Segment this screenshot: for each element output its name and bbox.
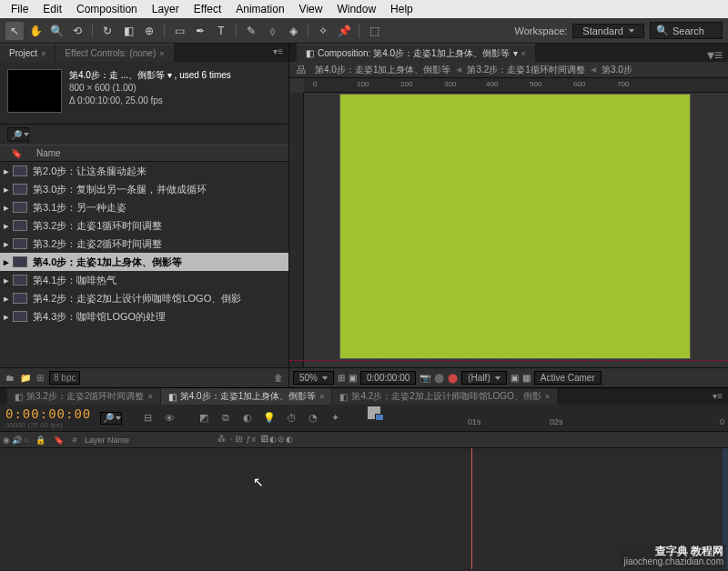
project-search-input[interactable]: 🔎 [7, 127, 29, 142]
menu-window[interactable]: Window [329, 1, 383, 17]
close-icon[interactable]: × [159, 49, 164, 58]
tab-project[interactable]: Project× [0, 44, 55, 62]
channel-icon[interactable]: ⬤ [448, 373, 458, 383]
menu-view[interactable]: View [292, 1, 330, 17]
eraser-tool[interactable]: ◈ [284, 22, 302, 40]
project-list-header: 🔖 Name [0, 145, 288, 162]
menu-layer[interactable]: Layer [145, 1, 187, 17]
close-icon[interactable]: × [545, 392, 550, 401]
comp-mini-icon[interactable]: ⊟ [138, 410, 157, 426]
tab-composition[interactable]: ◧ Composition: 第4.0步：走姿1加上身体、倒影等 ▾ × [297, 44, 535, 62]
viewer-footer: 50% ⊞ ▣ 0:00:00:00 📷 ⬤ ⬤ (Half) ▣ ▦ Acti… [289, 367, 728, 387]
rotate-tool[interactable]: ↻ [98, 22, 116, 40]
close-icon[interactable]: × [521, 49, 526, 58]
solo-icon[interactable]: ○ [24, 436, 28, 445]
lock-icon[interactable]: 🔒 [32, 436, 48, 445]
motion-blur-icon[interactable]: ◐ [238, 410, 257, 426]
brainstorm-icon[interactable]: 💡 [260, 410, 278, 426]
camera-dropdown[interactable]: Active Camer [534, 371, 602, 385]
project-item-selected[interactable]: ▸第4.0步：走姿1加上身体、倒影等 [0, 253, 288, 271]
project-item[interactable]: ▸第2.0步：让这条腿动起来 [0, 162, 288, 180]
menu-effect[interactable]: Effect [187, 1, 228, 17]
brush-tool[interactable]: ✎ [242, 22, 260, 40]
composition-viewer[interactable]: 0100200300400500600700 [289, 78, 728, 367]
timeline-tab[interactable]: ◧ 第4.2步：走姿2加上设计师咖啡馆LOGO、倒影 × [332, 388, 557, 405]
orbit-tool[interactable]: ⟲ [68, 22, 86, 40]
flowchart-icon[interactable]: 品 [293, 64, 309, 76]
project-item[interactable]: ▸第3.1步：另一种走姿 [0, 198, 288, 216]
menu-animation[interactable]: Animation [228, 1, 291, 17]
menu-file[interactable]: File [4, 1, 35, 17]
panel-menu-icon[interactable]: ▾≡ [268, 44, 288, 62]
playhead-line[interactable] [471, 448, 472, 569]
project-item[interactable]: ▸第3.0步：复制出另一条腿，并做成循环 [0, 180, 288, 198]
selection-tool[interactable]: ↖ [5, 22, 24, 40]
timeline-tab-active[interactable]: ◧ 第4.0步：走姿1加上身体、倒影等 × [161, 388, 332, 405]
mask-icon[interactable]: ▣ [349, 373, 357, 383]
zoom-tool[interactable]: 🔍 [47, 22, 66, 40]
help-search-input[interactable]: 🔍 Search [650, 22, 723, 39]
project-item[interactable]: ▸第4.3步：咖啡馆LOGO的处理 [0, 307, 288, 326]
auto-keyframe-icon[interactable]: ◔ [304, 410, 322, 426]
close-icon[interactable]: × [41, 49, 46, 58]
guide-line[interactable] [289, 360, 728, 361]
rect-tool[interactable]: ▭ [170, 22, 188, 40]
draft3d-icon[interactable]: ◩ [195, 410, 213, 426]
roi-icon[interactable]: ▣ [511, 373, 519, 383]
breadcrumb-item[interactable]: 第3.2步：走姿1循环时间调整 [463, 64, 588, 76]
frame-blend-icon[interactable]: ⧉ [217, 410, 235, 426]
local-axis-icon[interactable]: ⬚ [365, 22, 383, 40]
timeline-search-input[interactable]: 🔎 [100, 412, 122, 425]
camera-tool[interactable]: ◧ [119, 22, 137, 40]
bpc-toggle[interactable]: 8 bpc [49, 371, 80, 385]
time-ruler[interactable]: 01s 02s 0 [351, 406, 728, 430]
timeline-layer-area[interactable] [0, 448, 728, 569]
anchor-tool[interactable]: ⊕ [140, 22, 158, 40]
pen-tool[interactable]: ✒ [191, 22, 209, 40]
panel-menu-icon[interactable]: ▾≡ [707, 388, 728, 405]
close-icon[interactable]: × [147, 392, 152, 401]
breadcrumb-item[interactable]: 第4.0步：走姿1加上身体、倒影等 [311, 64, 454, 76]
zoom-dropdown[interactable]: 50% [293, 371, 334, 385]
workspace-dropdown[interactable]: Standard [572, 24, 644, 38]
audio-enable-icon[interactable]: 🔊 [12, 436, 22, 445]
project-item[interactable]: ▸第4.2步：走姿2加上设计师咖啡馆LOGO、倒影 [0, 289, 288, 307]
graph-editor-icon[interactable]: ⏱ [282, 410, 300, 426]
current-timecode[interactable]: 0:00:00:00 00000 (25.00 fps) [0, 405, 100, 431]
panel-menu-icon[interactable]: ▾≡ [702, 44, 728, 62]
new-comp-icon[interactable]: ⊞ [36, 373, 44, 383]
label-icon[interactable]: 🔖 [48, 436, 68, 445]
resolution-dropdown[interactable]: (Half) [461, 371, 506, 385]
hand-tool[interactable]: ✋ [26, 22, 45, 40]
interpret-icon[interactable]: 🖿 [5, 373, 15, 383]
project-item[interactable]: ▸第3.2步：走姿2循环时间调整 [0, 235, 288, 253]
clone-tool[interactable]: ⎀ [263, 22, 281, 40]
snapshot-icon[interactable]: 📷 [420, 373, 430, 383]
close-icon[interactable]: × [319, 392, 324, 401]
project-item[interactable]: ▸第4.1步：咖啡热气 [0, 271, 288, 289]
grid-icon[interactable]: ⊞ [338, 373, 345, 383]
timeline-tab[interactable]: ◧ 第3.2步：走姿2循环时间调整 × [7, 388, 160, 405]
breadcrumb-item[interactable]: 第3.0步 [598, 64, 636, 76]
tab-effect-controls[interactable]: Effect Controls: (none)× [56, 44, 173, 62]
transparency-icon[interactable]: ▦ [522, 373, 531, 383]
text-tool[interactable]: T [212, 22, 230, 40]
puppet-tool[interactable]: 📌 [335, 22, 353, 40]
current-time[interactable]: 0:00:00:00 [360, 371, 416, 385]
video-enable-icon[interactable]: ◉ [3, 436, 10, 445]
menu-help[interactable]: Help [383, 1, 420, 17]
more-icon[interactable]: ✦ [326, 410, 344, 426]
menu-composition[interactable]: Composition [69, 1, 145, 17]
roto-tool[interactable]: ✧ [314, 22, 332, 40]
new-folder-icon[interactable]: 📁 [20, 373, 31, 383]
composition-stage[interactable] [340, 95, 690, 358]
timeline-layer-header: ◉🔊○ 🔒 🔖 # Layer Name ⁂・₪ ƒx 🖽◐⊘◐ [0, 432, 728, 448]
composition-panel-tabs: ◧ Composition: 第4.0步：走姿1加上身体、倒影等 ▾ × ▾≡ [289, 44, 728, 62]
trash-icon[interactable]: 🗑 [274, 373, 283, 383]
playhead-icon[interactable] [375, 414, 384, 421]
column-name[interactable]: Name [33, 148, 61, 158]
project-item[interactable]: ▸第3.2步：走姿1循环时间调整 [0, 216, 288, 235]
sort-icon[interactable]: 🔖 [0, 148, 33, 158]
menu-edit[interactable]: Edit [35, 1, 69, 17]
shy-icon[interactable]: 👁 [160, 410, 178, 426]
